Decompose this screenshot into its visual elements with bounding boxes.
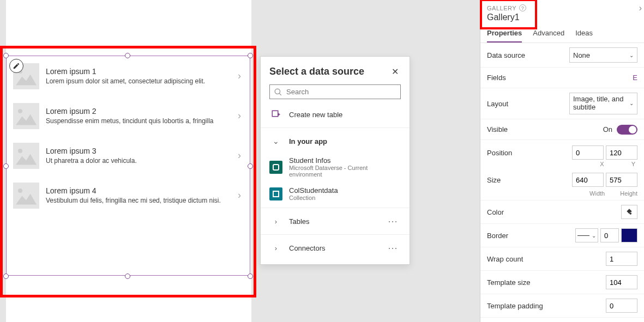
gallery-item[interactable]: Lorem ipsum 4 Vestibulum dui felis, frin… (7, 175, 250, 215)
canvas-area: Lorem ipsum 1 Lorem ipsum dolor sit amet… (0, 0, 480, 322)
gallery-item[interactable]: Lorem ipsum 3 Ut pharetra a dolor ac veh… (7, 136, 250, 175)
fields-edit-link[interactable]: E (633, 74, 637, 82)
template-size-input[interactable] (606, 275, 637, 289)
properties-pane: GALLERY ? Gallery1 › Properties Advanced… (480, 0, 644, 322)
height-input[interactable] (606, 173, 637, 187)
selection-handle[interactable] (125, 274, 130, 279)
chevron-right-icon[interactable]: › (236, 110, 243, 121)
chevron-right-icon[interactable]: › (639, 3, 642, 13)
border-style-select[interactable]: ⌄ (575, 228, 598, 242)
selection-handle[interactable] (3, 274, 9, 279)
data-source-subtitle: Collection (289, 195, 401, 201)
prop-visible: Visible On (480, 119, 644, 140)
tabs: Properties Advanced Ideas (480, 25, 644, 43)
search-field[interactable] (286, 88, 396, 96)
data-source-subtitle: Microsoft Dataverse - Current environmen… (289, 165, 401, 178)
visible-toggle[interactable] (617, 125, 637, 135)
data-source-title: ColStudentdata (289, 186, 401, 195)
edit-pencil-button[interactable] (9, 59, 23, 73)
dataverse-icon (269, 161, 282, 174)
new-table-icon (271, 110, 281, 119)
chevron-right-icon[interactable]: › (236, 70, 243, 82)
image-placeholder-icon (13, 103, 39, 129)
tab-properties[interactable]: Properties (487, 29, 522, 42)
gallery-item-subtitle: Vestibulum dui felis, fringilla nec mi s… (46, 197, 236, 204)
prop-layout: Layout Image, title, and subtitle⌄ (480, 88, 644, 119)
wrap-count-input[interactable] (606, 252, 637, 266)
selection-handle[interactable] (125, 53, 130, 58)
image-placeholder-icon (13, 183, 39, 209)
search-input[interactable] (269, 84, 401, 99)
selection-handle[interactable] (248, 163, 253, 169)
prop-fields: Fields E (480, 68, 644, 88)
layout-select[interactable]: Image, title, and subtitle⌄ (569, 93, 637, 114)
control-type-label: GALLERY ? (487, 4, 637, 11)
properties-header: GALLERY ? Gallery1 › (480, 0, 644, 25)
tab-ideas[interactable]: Ideas (575, 29, 593, 42)
color-picker-button[interactable] (621, 205, 637, 219)
collection-icon (269, 187, 282, 201)
visible-label: On (603, 125, 612, 133)
close-button[interactable]: ✕ (389, 64, 401, 79)
section-connectors[interactable]: › Connectors ⋯ (261, 237, 410, 259)
height-label: Height (620, 190, 637, 197)
search-icon (274, 88, 282, 96)
x-axis-label: X (600, 161, 604, 167)
more-button[interactable]: ⋯ (384, 215, 401, 227)
section-label: In your app (289, 137, 401, 145)
gallery-item[interactable]: Lorem ipsum 2 Suspendisse enim metus, ti… (7, 96, 250, 136)
width-input[interactable] (572, 173, 604, 187)
chevron-down-icon: ⌄ (629, 100, 634, 107)
prop-data-source: Data source None⌄ (480, 43, 644, 68)
selection-handle[interactable] (3, 53, 9, 58)
position-y-input[interactable] (606, 145, 637, 160)
gallery-item-title: Lorem ipsum 1 (46, 67, 236, 76)
gallery-item-title: Lorem ipsum 3 (46, 147, 236, 155)
chevron-right-icon: › (275, 217, 277, 226)
gallery-item-subtitle: Lorem ipsum dolor sit amet, consectetur … (46, 77, 236, 85)
control-name[interactable]: Gallery1 (487, 13, 637, 22)
data-source-item[interactable]: ColStudentdata Collection (261, 182, 410, 205)
prop-position: Position (480, 140, 644, 161)
chevron-right-icon: › (275, 244, 277, 252)
chevron-right-icon[interactable]: › (236, 150, 243, 161)
section-in-your-app[interactable]: ⌄ In your app (261, 130, 410, 152)
data-source-flyout: Select a data source ✕ Create new table … (260, 56, 410, 265)
image-placeholder-icon (13, 143, 39, 169)
flyout-title: Select a data source (269, 66, 364, 77)
data-source-select[interactable]: None⌄ (569, 47, 637, 63)
gallery-control[interactable]: Lorem ipsum 1 Lorem ipsum dolor sit amet… (6, 56, 250, 276)
gallery-item-subtitle: Suspendisse enim metus, tincidunt quis l… (46, 117, 236, 125)
create-new-table-label: Create new table (289, 111, 401, 119)
selection-handle[interactable] (248, 274, 253, 279)
tab-advanced[interactable]: Advanced (533, 29, 564, 42)
selection-handle[interactable] (248, 53, 253, 58)
gallery-item-title: Lorem ipsum 2 (46, 107, 236, 116)
prop-template-padding: Template padding (480, 294, 644, 318)
chevron-right-icon[interactable]: › (236, 190, 243, 201)
data-source-title: Student Infos (289, 156, 401, 165)
help-icon[interactable]: ? (519, 4, 526, 11)
create-new-table[interactable]: Create new table (261, 104, 410, 125)
selection-handle[interactable] (3, 163, 9, 169)
position-x-input[interactable] (572, 145, 604, 160)
gallery-item-title: Lorem ipsum 4 (46, 186, 236, 195)
prop-size: Size (480, 169, 644, 190)
template-padding-input[interactable] (606, 299, 637, 313)
data-source-item[interactable]: Student Infos Microsoft Dataverse - Curr… (261, 152, 410, 182)
chevron-down-icon: ⌄ (273, 137, 279, 145)
section-label: Tables (289, 217, 378, 226)
gallery-item-subtitle: Ut pharetra a dolor ac vehicula. (46, 157, 236, 165)
prop-wrap-count: Wrap count (480, 247, 644, 271)
border-width-input[interactable] (600, 228, 619, 242)
more-button[interactable]: ⋯ (384, 242, 401, 254)
chevron-down-icon: ⌄ (592, 233, 596, 239)
section-tables[interactable]: › Tables ⋯ (261, 210, 410, 232)
pencil-icon (13, 62, 20, 70)
prop-color: Color (480, 201, 644, 224)
gallery-item[interactable]: Lorem ipsum 1 Lorem ipsum dolor sit amet… (7, 56, 250, 96)
border-color-button[interactable] (621, 228, 637, 242)
paint-bucket-icon (625, 208, 633, 216)
prop-template-size: Template size (480, 271, 644, 294)
width-label: Width (589, 190, 605, 197)
